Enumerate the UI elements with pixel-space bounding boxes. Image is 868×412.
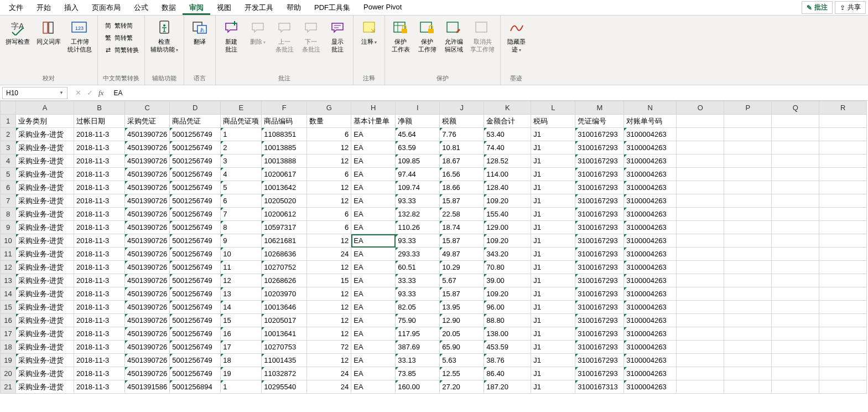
cell[interactable]: 12 <box>221 274 262 287</box>
fx-button[interactable]: fx <box>98 89 103 97</box>
cell[interactable] <box>772 194 819 208</box>
cell[interactable]: 4501390726 <box>125 314 170 327</box>
cell[interactable] <box>677 128 724 141</box>
cell[interactable]: 12 <box>307 314 351 327</box>
cell[interactable] <box>677 221 724 234</box>
cell[interactable] <box>724 115 772 128</box>
cell[interactable]: 2018-11-3 <box>74 208 125 221</box>
row-header[interactable]: 18 <box>1 341 16 354</box>
cell[interactable]: J1 <box>531 141 575 154</box>
cell[interactable] <box>677 380 724 394</box>
cell[interactable] <box>677 154 724 168</box>
cell[interactable]: 18 <box>221 354 262 367</box>
cell[interactable]: 3100004263 <box>624 234 677 248</box>
cell[interactable] <box>772 380 819 394</box>
cell[interactable]: 160.00 <box>396 380 440 394</box>
col-header[interactable]: O <box>677 101 724 115</box>
cell[interactable]: EA <box>351 181 396 194</box>
menu-tab-1[interactable]: 开始 <box>30 1 58 15</box>
cell[interactable]: 3100167293 <box>575 314 624 327</box>
new-comment-button[interactable]: 新建 批注 <box>219 18 243 54</box>
cell[interactable]: 采购业务-进货 <box>16 208 74 221</box>
cell[interactable]: 3100167293 <box>575 208 624 221</box>
cell[interactable]: 5001256749 <box>170 168 221 181</box>
cell[interactable]: 33.33 <box>396 274 440 287</box>
cell[interactable]: 3100167293 <box>575 234 624 248</box>
cell[interactable]: EA <box>351 314 396 327</box>
cell[interactable] <box>772 274 819 287</box>
share-button[interactable]: ⇪ 共享 <box>835 1 866 14</box>
cell[interactable]: 5001256749 <box>170 194 221 208</box>
cell[interactable]: 10200617 <box>262 168 307 181</box>
cell[interactable]: J1 <box>531 128 575 141</box>
cell[interactable]: 8 <box>221 221 262 234</box>
cell[interactable]: 3100167293 <box>575 274 624 287</box>
delete-comment-button[interactable]: 删除 <box>246 18 270 48</box>
cell[interactable]: 10597317 <box>262 221 307 234</box>
cell[interactable] <box>772 168 819 181</box>
cell[interactable] <box>724 380 772 394</box>
cell[interactable] <box>772 181 819 194</box>
cell[interactable]: J1 <box>531 327 575 341</box>
protect-workbook-button[interactable]: 保护 工作簿 <box>415 18 439 54</box>
cell[interactable]: 12 <box>307 181 351 194</box>
cell[interactable]: 2018-11-3 <box>74 274 125 287</box>
cell[interactable]: J1 <box>531 314 575 327</box>
cell[interactable] <box>772 261 819 274</box>
cell[interactable]: 6 <box>307 128 351 141</box>
cell[interactable] <box>724 248 772 261</box>
cell[interactable]: 109.20 <box>484 194 531 208</box>
cell[interactable]: 12 <box>307 261 351 274</box>
cell[interactable]: 4501390726 <box>125 141 170 154</box>
cell[interactable] <box>819 234 867 248</box>
cell[interactable]: 18.67 <box>440 154 484 168</box>
cell[interactable]: J1 <box>531 154 575 168</box>
menu-tab-3[interactable]: 页面布局 <box>85 1 127 15</box>
cell[interactable]: J1 <box>531 301 575 314</box>
cell[interactable] <box>724 341 772 354</box>
cell[interactable] <box>772 301 819 314</box>
cell[interactable]: 2018-11-3 <box>74 234 125 248</box>
cell[interactable]: 采购业务-进货 <box>16 181 74 194</box>
cell[interactable]: 60.51 <box>396 261 440 274</box>
hide-ink-button[interactable]: 隐藏墨 迹 <box>504 18 528 55</box>
notes-button[interactable]: 注释 <box>357 18 381 48</box>
cell[interactable]: 10013646 <box>262 301 307 314</box>
cell[interactable]: 13.95 <box>440 301 484 314</box>
row-header[interactable]: 12 <box>1 261 16 274</box>
cell[interactable]: 138.00 <box>484 327 531 341</box>
cell[interactable]: 5001256894 <box>170 380 221 394</box>
cell[interactable]: 10205020 <box>262 194 307 208</box>
col-header[interactable]: C <box>125 101 170 115</box>
cell[interactable]: 采购业务-进货 <box>16 274 74 287</box>
cell[interactable] <box>772 327 819 341</box>
cell[interactable] <box>772 234 819 248</box>
cell[interactable]: 采购业务-进货 <box>16 327 74 341</box>
cell[interactable]: 3100004263 <box>624 221 677 234</box>
cell[interactable]: 3100167293 <box>575 221 624 234</box>
cell[interactable]: 对账单号码 <box>624 115 677 128</box>
cell[interactable] <box>724 301 772 314</box>
cell[interactable]: 4 <box>221 168 262 181</box>
cell[interactable]: 20.05 <box>440 327 484 341</box>
cell[interactable] <box>724 354 772 367</box>
cell[interactable]: 18.66 <box>440 181 484 194</box>
cell[interactable] <box>772 154 819 168</box>
cell[interactable]: 3100004263 <box>624 248 677 261</box>
cancel-formula-button[interactable]: ✕ <box>75 89 81 97</box>
cell[interactable]: 3100004263 <box>624 367 677 380</box>
col-header[interactable]: I <box>396 101 440 115</box>
cell[interactable]: 3100004263 <box>624 128 677 141</box>
cell[interactable]: 3100004263 <box>624 380 677 394</box>
workbook-stats-button[interactable]: 123 工作簿 统计信息 <box>65 18 94 54</box>
cell[interactable]: 12 <box>307 327 351 341</box>
spellcheck-button[interactable]: 字A 拼写检查 <box>3 18 32 47</box>
cell[interactable]: J1 <box>531 367 575 380</box>
cell[interactable] <box>772 115 819 128</box>
cell[interactable]: 1 <box>221 128 262 141</box>
cell[interactable]: 3100004263 <box>624 354 677 367</box>
cell[interactable]: 3100004263 <box>624 274 677 287</box>
cell[interactable]: 过帐日期 <box>74 115 125 128</box>
cell[interactable]: 2018-11-3 <box>74 221 125 234</box>
cell[interactable] <box>772 367 819 380</box>
